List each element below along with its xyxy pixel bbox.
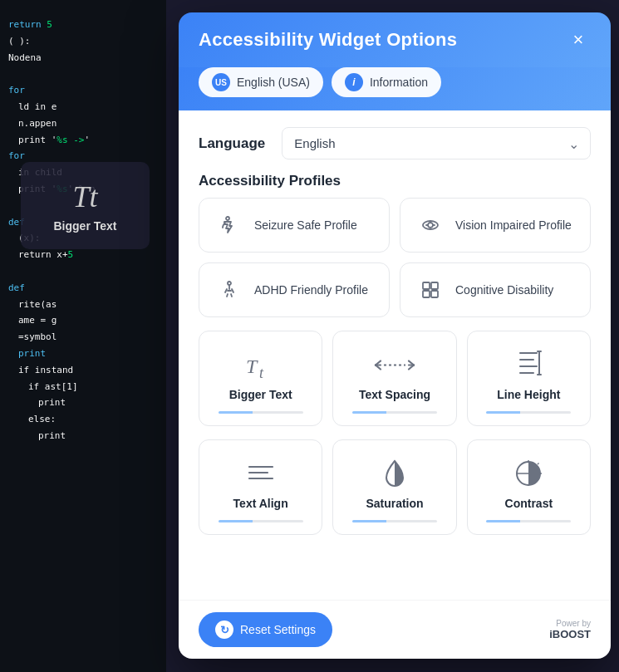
text-spacing-icon [374, 348, 415, 381]
reset-settings-button[interactable]: ↻ Reset Settings [199, 612, 332, 647]
modal-footer: ↻ Reset Settings Power by iBOOST [179, 600, 611, 659]
tool-card-text-align[interactable]: Text Align [199, 439, 322, 535]
svg-line-26 [538, 464, 539, 465]
language-select-wrapper: English Spanish French German ⌄ [282, 127, 591, 159]
cognitive-profile-name: Cognitive Disability [455, 283, 553, 297]
bigger-text-preview: Tt Bigger Text [21, 162, 150, 249]
text-align-slider [219, 520, 303, 522]
bigger-text-icon: T t [244, 348, 278, 381]
bigger-text-slider [219, 411, 303, 414]
bigger-text-preview-label: Bigger Text [54, 219, 117, 233]
profile-card-cognitive[interactable]: Cognitive Disability [400, 262, 591, 317]
svg-point-2 [428, 223, 433, 228]
info-pill-label: Information [370, 76, 428, 89]
language-label: Language [199, 135, 265, 152]
modal-overlay: Accessibility Widget Options × US Englis… [179, 12, 611, 659]
seizure-profile-name: Seizure Safe Profile [254, 218, 357, 232]
info-pill[interactable]: i Information [332, 67, 441, 97]
bigger-text-preview-icon: Tt [72, 179, 97, 214]
modal-body: Language English Spanish French German ⌄… [179, 110, 611, 600]
adhd-profile-name: ADHD Friendly Profile [254, 283, 368, 297]
language-section: Language English Spanish French German ⌄ [199, 127, 591, 159]
tools-grid-row2: Text Align Saturation [199, 439, 591, 535]
saturation-slider [352, 520, 437, 522]
reset-label: Reset Settings [240, 623, 316, 636]
svg-rect-6 [423, 282, 430, 289]
line-height-label: Line Height [497, 388, 560, 401]
profiles-title: Accessibility Profiles [199, 173, 591, 189]
language-pill-label: English (USA) [237, 76, 310, 89]
profile-card-seizure[interactable]: Seizure Safe Profile [199, 198, 390, 253]
profiles-section: Accessibility Profiles Seizure Safe Prof… [199, 173, 591, 317]
powered-by: Power by iBOOST [549, 619, 591, 640]
vision-profile-name: Vision Impaired Profile [455, 218, 572, 232]
background-code: return 5 ( ): Nodena for ld in e n.appen… [0, 0, 166, 672]
profile-card-vision[interactable]: Vision Impaired Profile [400, 198, 591, 253]
line-height-slider [486, 411, 571, 414]
svg-text:t: t [259, 365, 264, 381]
modal-title: Accessibility Widget Options [199, 29, 457, 51]
close-button[interactable]: × [566, 27, 591, 52]
saturation-label: Saturation [366, 497, 423, 510]
profile-card-adhd[interactable]: ADHD Friendly Profile [199, 262, 390, 317]
text-spacing-slider [352, 411, 437, 414]
tools-grid-row1: T t Bigger Text [199, 331, 591, 426]
saturation-icon [381, 457, 408, 490]
tool-card-line-height[interactable]: Line Height [467, 331, 591, 426]
modal-nav: US English (USA) i Information [179, 67, 611, 110]
tool-card-contrast[interactable]: Contrast [467, 439, 591, 535]
profiles-grid: Seizure Safe Profile Vision Impaired Pro… [199, 198, 591, 317]
text-spacing-label: Text Spacing [359, 388, 430, 401]
line-height-icon [515, 348, 542, 381]
accessibility-modal: Accessibility Widget Options × US Englis… [179, 12, 611, 659]
flag-icon: US [212, 73, 230, 91]
modal-header: Accessibility Widget Options × [179, 12, 611, 67]
adhd-icon [214, 275, 244, 305]
info-icon: i [345, 73, 363, 91]
tool-card-saturation[interactable]: Saturation [332, 439, 456, 535]
tool-card-bigger-text[interactable]: T t Bigger Text [199, 331, 322, 426]
language-select[interactable]: English Spanish French German [282, 127, 591, 159]
brand-label: iBOOST [549, 628, 591, 640]
tool-card-text-spacing[interactable]: Text Spacing [332, 331, 456, 426]
vision-icon [415, 210, 445, 240]
svg-point-0 [226, 217, 229, 220]
contrast-icon [513, 457, 543, 490]
contrast-label: Contrast [505, 497, 553, 510]
text-align-label: Text Align [233, 497, 288, 510]
bigger-text-label: Bigger Text [229, 388, 292, 401]
text-align-icon [248, 457, 274, 490]
language-pill[interactable]: US English (USA) [199, 67, 323, 97]
cognitive-icon [415, 275, 445, 305]
contrast-slider [486, 520, 571, 522]
reset-icon: ↻ [215, 620, 233, 639]
svg-text:T: T [246, 356, 258, 377]
seizure-icon [214, 210, 244, 240]
svg-rect-8 [423, 291, 430, 297]
svg-rect-9 [431, 291, 438, 297]
svg-rect-7 [431, 282, 438, 289]
